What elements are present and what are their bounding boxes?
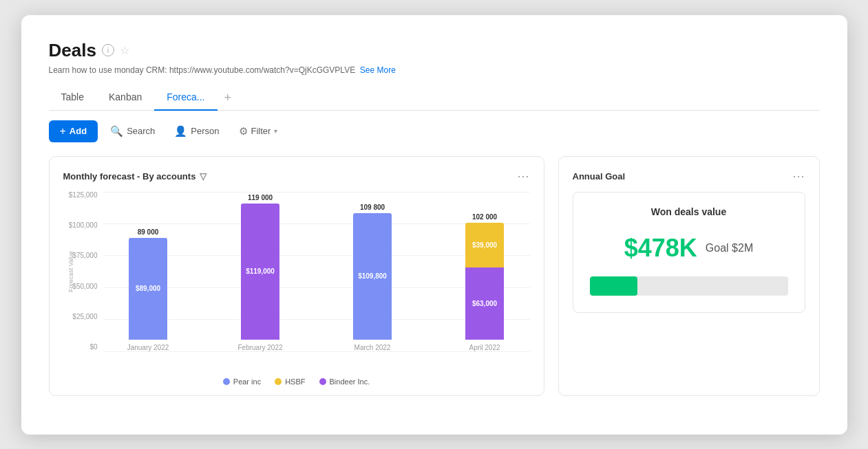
bar-segment-hsbf: $39,000 <box>465 223 504 267</box>
goal-card-header: Annual Goal ··· <box>573 169 805 184</box>
bar-stack-march: $109,800 <box>353 213 392 340</box>
bar-stack-january: $89,000 <box>129 238 167 340</box>
bar-group-february: 119 000 $119,000 February 2022 <box>215 192 306 351</box>
bar-group-april: 102 000 $39,000 $63,000 April 2022 <box>440 192 530 351</box>
subtitle: Learn how to use monday CRM: https://www… <box>49 65 820 75</box>
filter-button[interactable]: ⚙ Filter ▾ <box>232 121 285 142</box>
goal-card: Annual Goal ··· Won deals value $478K Go… <box>558 156 820 396</box>
toolbar: + Add 🔍 Search 👤 Person ⚙ Filter ▾ <box>49 120 820 142</box>
content-area: Monthly forecast - By accounts ▽ ··· <box>49 156 820 396</box>
goal-inner: Won deals value $478K Goal $2M <box>573 192 805 313</box>
goal-bar-track <box>590 276 788 296</box>
search-button[interactable]: 🔍 Search <box>103 121 162 142</box>
legend-label: Pear inc <box>233 377 261 386</box>
bar-x-label: April 2022 <box>469 344 500 351</box>
chart-legend: Pear inc HSBF Bindeer Inc. <box>63 377 530 386</box>
goal-value: $478K <box>624 234 697 263</box>
legend-label: Bindeer Inc. <box>330 377 370 386</box>
filter-icon: ⚙ <box>239 125 248 138</box>
bar-chart: $125,000 $100,000 $75,000 $50,000 $25,00… <box>63 192 530 371</box>
y-label: $0 <box>89 344 97 351</box>
goal-bar-fill <box>590 276 637 296</box>
legend-item-bindeer: Bindeer Inc. <box>319 377 370 386</box>
y-label: $25,000 <box>72 314 97 320</box>
y-axis-title-container: Forecast Value <box>67 192 74 351</box>
search-icon: 🔍 <box>110 125 123 138</box>
goal-inner-title: Won deals value <box>651 206 726 217</box>
tab-add-button[interactable]: + <box>218 86 239 111</box>
bar-chart-container: $125,000 $100,000 $75,000 $50,000 $25,00… <box>63 192 530 386</box>
bars-area: 89 000 $89,000 January 2022 119 000 $119… <box>103 192 530 351</box>
legend-item-hsbf: HSBF <box>275 377 305 386</box>
title-row: Deals i ☆ <box>49 40 820 61</box>
bar-x-label: February 2022 <box>237 344 282 351</box>
chart-title: Monthly forecast - By accounts ▽ <box>63 171 207 182</box>
goal-card-menu-button[interactable]: ··· <box>792 169 805 184</box>
filter-chart-icon[interactable]: ▽ <box>200 171 207 182</box>
bar-group-march: 109 800 $109,800 March 2022 <box>328 192 418 351</box>
bar-total-february: 119 000 <box>248 194 273 201</box>
person-icon: 👤 <box>174 125 187 138</box>
tabs-bar: Table Kanban Foreca... + <box>49 86 820 111</box>
bar-stack-february: $119,000 <box>241 204 279 340</box>
bar-total-january: 89 000 <box>138 228 159 236</box>
person-button[interactable]: 👤 Person <box>167 121 226 142</box>
goal-value-row: $478K Goal $2M <box>624 234 753 263</box>
plus-icon: + <box>60 125 66 138</box>
page-title: Deals <box>49 40 96 61</box>
chevron-down-icon: ▾ <box>274 127 277 135</box>
chart-menu-button[interactable]: ··· <box>517 169 529 184</box>
chart-card: Monthly forecast - By accounts ▽ ··· <box>49 156 544 396</box>
goal-target: Goal $2M <box>706 242 753 254</box>
y-label: $50,000 <box>72 283 97 290</box>
chart-card-header: Monthly forecast - By accounts ▽ ··· <box>63 169 530 184</box>
bar-x-label: March 2022 <box>354 344 391 351</box>
bar-segment: $119,000 <box>241 204 279 340</box>
bar-segment: $109,800 <box>353 213 392 340</box>
y-label: $75,000 <box>72 252 97 259</box>
goal-card-title: Annual Goal <box>573 171 626 182</box>
main-window: Deals i ☆ Learn how to use monday CRM: h… <box>21 15 847 435</box>
legend-dot <box>319 378 326 385</box>
legend-label: HSBF <box>285 377 305 386</box>
bar-total-april: 102 000 <box>472 213 497 221</box>
y-axis-title: Forecast Value <box>67 251 74 292</box>
tab-forecast[interactable]: Foreca... <box>154 86 217 111</box>
legend-item-pear: Pear inc <box>223 377 261 386</box>
add-button[interactable]: + Add <box>49 120 98 142</box>
tab-table[interactable]: Table <box>49 86 96 111</box>
grid-line <box>103 351 530 352</box>
legend-dot <box>223 378 230 385</box>
tab-kanban[interactable]: Kanban <box>96 86 154 111</box>
bar-total-march: 109 800 <box>360 204 385 211</box>
bar-segment: $89,000 <box>129 238 167 340</box>
bar-segment-bindeer: $63,000 <box>465 267 504 340</box>
bar-group-january: 89 000 $89,000 January 2022 <box>103 192 193 351</box>
see-more-link[interactable]: See More <box>360 65 396 75</box>
info-icon[interactable]: i <box>102 44 114 56</box>
bar-stack-april: $39,000 $63,000 <box>465 223 504 340</box>
star-icon[interactable]: ☆ <box>120 44 129 57</box>
bar-x-label: January 2022 <box>127 344 169 351</box>
legend-dot <box>275 378 282 385</box>
